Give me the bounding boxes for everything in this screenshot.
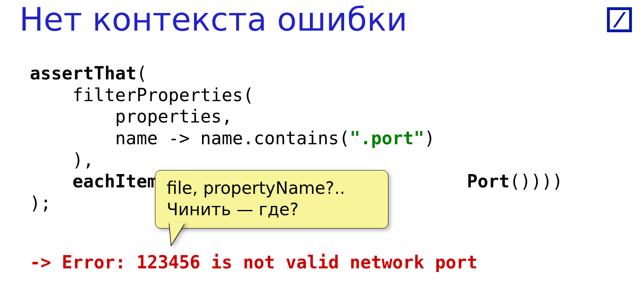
svg-marker-2 (169, 223, 185, 246)
code-text: ) (424, 128, 435, 148)
code-text: properties, (30, 106, 232, 127)
code-string: ".port" (350, 128, 424, 148)
code-text: Port (467, 171, 510, 191)
code-text: assertThat (30, 63, 136, 83)
callout-tail-icon (167, 224, 191, 248)
callout-box: file, propertyName?.. Чинить — где? (155, 170, 388, 229)
code-text: ()))) (510, 171, 563, 191)
error-output: -> Error: 123456 is not valid network po… (30, 252, 478, 272)
code-text: name -> name.contains( (30, 128, 350, 148)
code-text (30, 171, 72, 191)
callout: file, propertyName?.. Чинить — где? (155, 170, 388, 229)
callout-line: file, propertyName?.. (167, 178, 377, 199)
code-text: ), (30, 150, 94, 170)
callout-line: Чинить — где? (167, 199, 377, 220)
code-text: ( (136, 63, 147, 83)
code-text: ); (30, 193, 51, 213)
code-text: filterProperties( (30, 85, 254, 105)
db-logo-icon (607, 7, 632, 32)
svg-marker-1 (613, 12, 626, 27)
slide: Нет контекста ошибки assertThat( filterP… (0, 0, 644, 295)
code-text: eachItem (72, 171, 158, 191)
slide-title: Нет контекста ошибки (19, 1, 407, 38)
